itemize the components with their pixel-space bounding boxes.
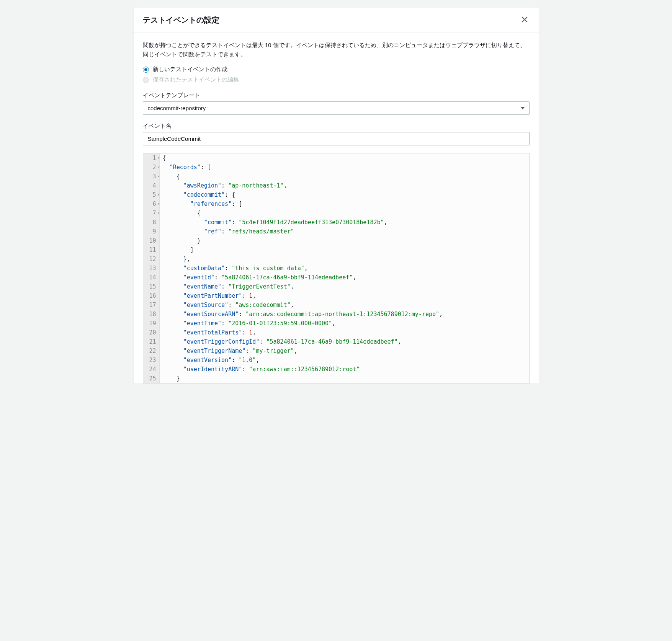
code-content[interactable]: { "Records": [ { "awsRegion": "ap-northe… bbox=[160, 153, 529, 383]
event-template-value: codecommit-repository bbox=[148, 105, 206, 111]
gutter-line: 15 bbox=[149, 282, 156, 291]
event-name-input[interactable] bbox=[143, 132, 530, 145]
code-line: "ref": "refs/heads/master" bbox=[163, 227, 526, 236]
modal-title: テストイベントの設定 bbox=[143, 15, 219, 25]
code-line: "Records": [ bbox=[163, 163, 526, 172]
gutter-line: 9 bbox=[149, 227, 156, 236]
code-line: } bbox=[163, 374, 526, 383]
radio-icon bbox=[143, 77, 149, 83]
radio-create-new-label: 新しいテストイベントの作成 bbox=[153, 66, 227, 73]
code-gutter: 1▾2▾3▾45▾6▾7▾891011121314151617181920212… bbox=[143, 153, 160, 383]
code-line: "eventTotalParts": 1, bbox=[163, 328, 526, 337]
event-mode-radio-group: 新しいテストイベントの作成 保存されたテストイベントの編集 bbox=[143, 66, 530, 83]
fold-marker-icon[interactable]: ▾ bbox=[158, 201, 160, 207]
gutter-line: 3▾ bbox=[149, 172, 156, 181]
gutter-line: 14 bbox=[149, 273, 156, 282]
modal-description: 関数が持つことができるテストイベントは最大 10 個です。イベントは保持されてい… bbox=[143, 41, 530, 59]
fold-marker-icon[interactable]: ▾ bbox=[158, 155, 160, 161]
code-line: "eventId": "5a824061-17ca-46a9-bbf9-114e… bbox=[163, 273, 526, 282]
gutter-line: 8 bbox=[149, 218, 156, 227]
code-line: }, bbox=[163, 254, 526, 264]
code-line: "eventPartNumber": 1, bbox=[163, 291, 526, 300]
code-line: "eventTriggerConfigId": "5a824061-17ca-4… bbox=[163, 337, 526, 346]
code-line: "commit": "5c4ef1049f1d27deadbeeff313e07… bbox=[163, 218, 526, 227]
event-name-group: イベント名 bbox=[143, 122, 530, 145]
modal-header: テストイベントの設定 bbox=[134, 8, 539, 33]
code-line: { bbox=[163, 209, 526, 218]
gutter-line: 10 bbox=[149, 236, 156, 245]
gutter-line: 5▾ bbox=[149, 190, 156, 199]
code-line: "customData": "this is custom data", bbox=[163, 264, 526, 273]
fold-marker-icon[interactable]: ▾ bbox=[158, 192, 160, 198]
gutter-line: 6▾ bbox=[149, 199, 156, 209]
gutter-line: 7▾ bbox=[149, 209, 156, 218]
gutter-line: 1▾ bbox=[149, 153, 156, 163]
json-code-editor[interactable]: 1▾2▾3▾45▾6▾7▾891011121314151617181920212… bbox=[143, 153, 530, 383]
close-icon bbox=[521, 18, 528, 24]
code-line: "eventTime": "2016-01-01T23:59:59.000+00… bbox=[163, 319, 526, 328]
close-button[interactable] bbox=[520, 15, 530, 26]
gutter-line: 19 bbox=[149, 319, 156, 328]
gutter-line: 21 bbox=[149, 337, 156, 346]
modal-body: 関数が持つことができるテストイベントは最大 10 個です。イベントは保持されてい… bbox=[134, 33, 539, 383]
code-line: ] bbox=[163, 245, 526, 254]
event-template-group: イベントテンプレート codecommit-repository bbox=[143, 92, 530, 115]
gutter-line: 11 bbox=[149, 245, 156, 254]
radio-icon bbox=[143, 67, 149, 73]
code-line: "eventSourceARN": "arn:aws:codecommit:ap… bbox=[163, 310, 526, 319]
code-line: "eventVersion": "1.0", bbox=[163, 356, 526, 365]
code-line: "eventSource": "aws:codecommit", bbox=[163, 300, 526, 310]
fold-marker-icon[interactable]: ▾ bbox=[158, 173, 160, 179]
code-line: } bbox=[163, 236, 526, 245]
fold-marker-icon[interactable]: ▾ bbox=[158, 210, 160, 216]
chevron-down-icon bbox=[521, 107, 525, 109]
gutter-line: 18 bbox=[149, 310, 156, 319]
gutter-line: 4 bbox=[149, 181, 156, 190]
code-line: "references": [ bbox=[163, 199, 526, 209]
gutter-line: 13 bbox=[149, 264, 156, 273]
radio-edit-saved: 保存されたテストイベントの編集 bbox=[143, 76, 530, 83]
code-line: "awsRegion": "ap-northeast-1", bbox=[163, 181, 526, 190]
gutter-line: 16 bbox=[149, 291, 156, 300]
code-line: { bbox=[163, 153, 526, 163]
code-line: "codecommit": { bbox=[163, 190, 526, 199]
gutter-line: 22 bbox=[149, 346, 156, 356]
gutter-line: 12 bbox=[149, 254, 156, 264]
configure-test-event-modal: テストイベントの設定 関数が持つことができるテストイベントは最大 10 個です。… bbox=[133, 8, 539, 384]
gutter-line: 17 bbox=[149, 300, 156, 310]
gutter-line: 2▾ bbox=[149, 163, 156, 172]
event-name-label: イベント名 bbox=[143, 122, 530, 130]
event-template-label: イベントテンプレート bbox=[143, 92, 530, 99]
code-line: "eventName": "TriggerEventTest", bbox=[163, 282, 526, 291]
event-template-select[interactable]: codecommit-repository bbox=[143, 101, 530, 115]
radio-edit-saved-label: 保存されたテストイベントの編集 bbox=[153, 76, 239, 83]
code-line: "userIdentityARN": "arn:aws:iam::1234567… bbox=[163, 365, 526, 374]
gutter-line: 25 bbox=[149, 374, 156, 383]
gutter-line: 24 bbox=[149, 365, 156, 374]
code-line: "eventTriggerName": "my-trigger", bbox=[163, 346, 526, 356]
code-line: { bbox=[163, 172, 526, 181]
gutter-line: 23 bbox=[149, 356, 156, 365]
fold-marker-icon[interactable]: ▾ bbox=[158, 164, 160, 170]
radio-create-new[interactable]: 新しいテストイベントの作成 bbox=[143, 66, 530, 73]
gutter-line: 20 bbox=[149, 328, 156, 337]
